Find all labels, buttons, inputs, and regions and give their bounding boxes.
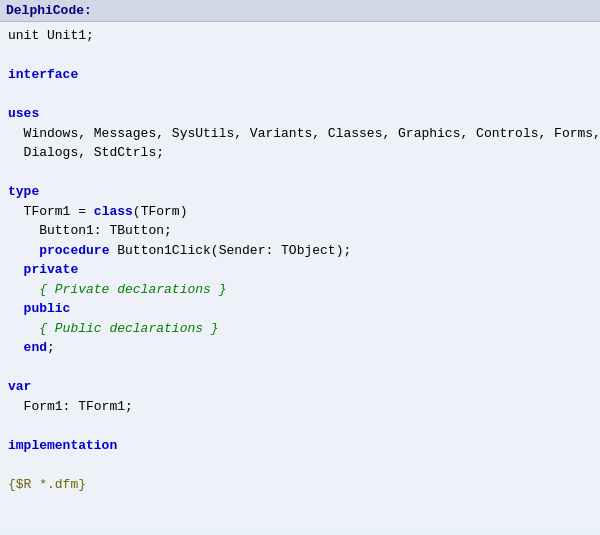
- line-private: private: [8, 260, 592, 280]
- line-var: var: [8, 377, 592, 397]
- header-bar: DelphiCode:: [0, 0, 600, 22]
- line-uses2: Dialogs, StdCtrls;: [8, 143, 592, 163]
- header-title: DelphiCode:: [6, 3, 92, 18]
- line-uses1: Windows, Messages, SysUtils, Variants, C…: [8, 124, 592, 144]
- line-public: public: [8, 299, 592, 319]
- code-area[interactable]: unit Unit1; interface uses Windows, Mess…: [0, 22, 600, 531]
- line-directive: {$R *.dfm}: [8, 475, 592, 495]
- line-public-decl: { Public declarations }: [8, 319, 592, 339]
- line-form1: Form1: TForm1;: [8, 397, 592, 417]
- line-procedure: procedure Button1Click(Sender: TObject);: [8, 241, 592, 261]
- line-type: type: [8, 182, 592, 202]
- line-implementation: implementation: [8, 436, 592, 456]
- line-private-decl: { Private declarations }: [8, 280, 592, 300]
- line-button1: Button1: TButton;: [8, 221, 592, 241]
- line-unit: unit Unit1;: [8, 26, 592, 46]
- line-end: end;: [8, 338, 592, 358]
- line-uses: uses: [8, 104, 592, 124]
- line-tform1: TForm1 = class(TForm): [8, 202, 592, 222]
- line-interface: interface: [8, 65, 592, 85]
